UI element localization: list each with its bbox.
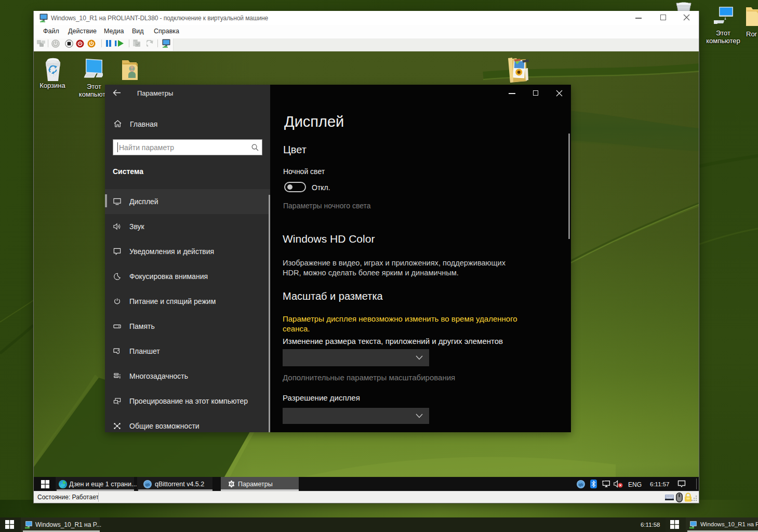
svg-text:qb: qb bbox=[579, 483, 583, 487]
svg-text:qb: qb bbox=[145, 483, 150, 487]
